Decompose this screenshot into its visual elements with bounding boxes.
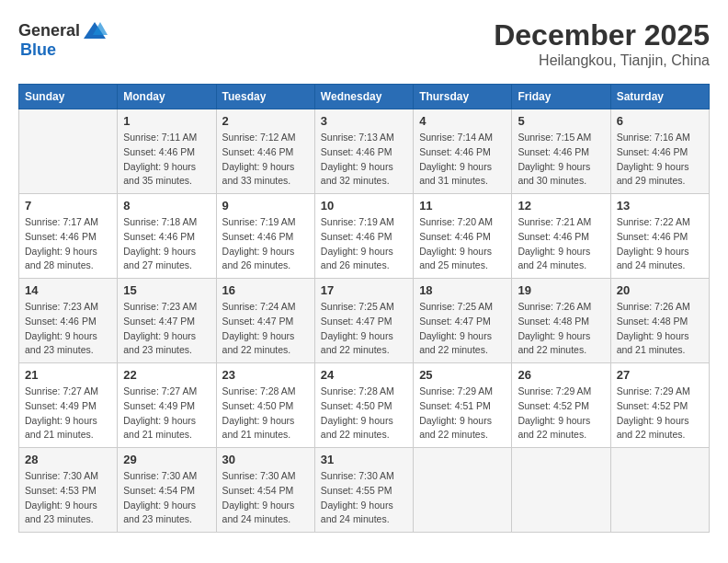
- day-info: Sunrise: 7:30 AMSunset: 4:54 PMDaylight:…: [123, 469, 210, 527]
- day-info: Sunrise: 7:21 AMSunset: 4:46 PMDaylight:…: [518, 215, 604, 273]
- calendar-cell: 6Sunrise: 7:16 AMSunset: 4:46 PMDaylight…: [610, 109, 709, 194]
- calendar-cell: 25Sunrise: 7:29 AMSunset: 4:51 PMDayligh…: [414, 363, 512, 448]
- day-info: Sunrise: 7:23 AMSunset: 4:46 PMDaylight:…: [25, 300, 111, 358]
- calendar-cell: [512, 448, 610, 533]
- calendar-cell: 3Sunrise: 7:13 AMSunset: 4:46 PMDaylight…: [314, 109, 413, 194]
- calendar-week-row: 14Sunrise: 7:23 AMSunset: 4:46 PMDayligh…: [19, 279, 710, 363]
- calendar-cell: 10Sunrise: 7:19 AMSunset: 4:46 PMDayligh…: [314, 194, 413, 279]
- day-number: 24: [321, 368, 407, 382]
- day-number: 1: [123, 114, 210, 128]
- title-block: December 2025 Heilangkou, Tianjin, China: [494, 18, 710, 69]
- calendar-cell: 15Sunrise: 7:23 AMSunset: 4:47 PMDayligh…: [118, 279, 216, 363]
- calendar-cell: 9Sunrise: 7:19 AMSunset: 4:46 PMDaylight…: [216, 194, 314, 279]
- page-header: General Blue December 2025 Heilangkou, T…: [18, 18, 710, 69]
- day-info: Sunrise: 7:12 AMSunset: 4:46 PMDaylight:…: [222, 131, 309, 189]
- calendar-cell: 24Sunrise: 7:28 AMSunset: 4:50 PMDayligh…: [314, 363, 413, 448]
- day-info: Sunrise: 7:19 AMSunset: 4:46 PMDaylight:…: [321, 215, 407, 273]
- day-number: 20: [617, 283, 703, 297]
- header-thursday: Thursday: [414, 85, 512, 109]
- day-number: 10: [321, 199, 407, 213]
- day-number: 15: [123, 283, 210, 297]
- calendar-week-row: 1Sunrise: 7:11 AMSunset: 4:46 PMDaylight…: [19, 109, 710, 194]
- day-info: Sunrise: 7:17 AMSunset: 4:46 PMDaylight:…: [25, 215, 111, 273]
- calendar-cell: [414, 448, 512, 533]
- calendar-cell: 7Sunrise: 7:17 AMSunset: 4:46 PMDaylight…: [19, 194, 118, 279]
- day-number: 18: [419, 283, 506, 297]
- calendar-week-row: 28Sunrise: 7:30 AMSunset: 4:53 PMDayligh…: [19, 448, 710, 533]
- calendar-header-row: SundayMondayTuesdayWednesdayThursdayFrid…: [19, 85, 710, 109]
- calendar-week-row: 21Sunrise: 7:27 AMSunset: 4:49 PMDayligh…: [19, 363, 710, 448]
- header-sunday: Sunday: [19, 85, 118, 109]
- day-number: 8: [123, 199, 210, 213]
- calendar-cell: 11Sunrise: 7:20 AMSunset: 4:46 PMDayligh…: [414, 194, 512, 279]
- calendar-cell: 30Sunrise: 7:30 AMSunset: 4:54 PMDayligh…: [216, 448, 314, 533]
- calendar-cell: 2Sunrise: 7:12 AMSunset: 4:46 PMDaylight…: [216, 109, 314, 194]
- day-number: 30: [222, 453, 309, 466]
- logo-blue-text: Blue: [20, 40, 56, 59]
- calendar-cell: 29Sunrise: 7:30 AMSunset: 4:54 PMDayligh…: [118, 448, 216, 533]
- day-info: Sunrise: 7:27 AMSunset: 4:49 PMDaylight:…: [25, 385, 111, 442]
- header-saturday: Saturday: [610, 85, 709, 109]
- day-info: Sunrise: 7:29 AMSunset: 4:51 PMDaylight:…: [419, 385, 506, 442]
- page-subtitle: Heilangkou, Tianjin, China: [494, 52, 710, 69]
- day-number: 28: [25, 453, 111, 466]
- day-number: 5: [518, 114, 604, 128]
- logo-icon: [82, 18, 108, 44]
- calendar-cell: 21Sunrise: 7:27 AMSunset: 4:49 PMDayligh…: [19, 363, 118, 448]
- day-number: 11: [419, 199, 506, 213]
- calendar-cell: 16Sunrise: 7:24 AMSunset: 4:47 PMDayligh…: [216, 279, 314, 363]
- day-number: 17: [321, 283, 407, 297]
- day-number: 23: [222, 368, 309, 382]
- day-number: 27: [617, 368, 703, 382]
- day-number: 12: [518, 199, 604, 213]
- day-info: Sunrise: 7:23 AMSunset: 4:47 PMDaylight:…: [123, 300, 210, 358]
- day-number: 2: [222, 114, 309, 128]
- day-number: 14: [25, 283, 111, 297]
- calendar-cell: 8Sunrise: 7:18 AMSunset: 4:46 PMDaylight…: [118, 194, 216, 279]
- day-number: 6: [617, 114, 703, 128]
- calendar-cell: 14Sunrise: 7:23 AMSunset: 4:46 PMDayligh…: [19, 279, 118, 363]
- day-info: Sunrise: 7:15 AMSunset: 4:46 PMDaylight:…: [518, 131, 604, 189]
- day-number: 21: [25, 368, 111, 382]
- day-info: Sunrise: 7:29 AMSunset: 4:52 PMDaylight:…: [518, 385, 604, 442]
- calendar-cell: 19Sunrise: 7:26 AMSunset: 4:48 PMDayligh…: [512, 279, 610, 363]
- day-info: Sunrise: 7:26 AMSunset: 4:48 PMDaylight:…: [617, 300, 703, 358]
- page-title: December 2025: [494, 18, 710, 52]
- calendar-cell: 20Sunrise: 7:26 AMSunset: 4:48 PMDayligh…: [610, 279, 709, 363]
- day-info: Sunrise: 7:25 AMSunset: 4:47 PMDaylight:…: [321, 300, 407, 358]
- day-info: Sunrise: 7:28 AMSunset: 4:50 PMDaylight:…: [222, 385, 309, 442]
- day-info: Sunrise: 7:30 AMSunset: 4:54 PMDaylight:…: [222, 469, 309, 527]
- calendar-cell: 5Sunrise: 7:15 AMSunset: 4:46 PMDaylight…: [512, 109, 610, 194]
- day-number: 4: [419, 114, 506, 128]
- day-info: Sunrise: 7:30 AMSunset: 4:53 PMDaylight:…: [25, 469, 111, 527]
- calendar-cell: 31Sunrise: 7:30 AMSunset: 4:55 PMDayligh…: [314, 448, 413, 533]
- day-number: 22: [123, 368, 210, 382]
- calendar-week-row: 7Sunrise: 7:17 AMSunset: 4:46 PMDaylight…: [19, 194, 710, 279]
- day-info: Sunrise: 7:26 AMSunset: 4:48 PMDaylight:…: [518, 300, 604, 358]
- day-info: Sunrise: 7:27 AMSunset: 4:49 PMDaylight:…: [123, 385, 210, 442]
- day-info: Sunrise: 7:13 AMSunset: 4:46 PMDaylight:…: [321, 131, 407, 189]
- calendar-cell: 26Sunrise: 7:29 AMSunset: 4:52 PMDayligh…: [512, 363, 610, 448]
- header-wednesday: Wednesday: [314, 85, 413, 109]
- day-info: Sunrise: 7:16 AMSunset: 4:46 PMDaylight:…: [617, 131, 703, 189]
- calendar-cell: 17Sunrise: 7:25 AMSunset: 4:47 PMDayligh…: [314, 279, 413, 363]
- header-monday: Monday: [118, 85, 216, 109]
- day-number: 25: [419, 368, 506, 382]
- day-number: 3: [321, 114, 407, 128]
- calendar-cell: 12Sunrise: 7:21 AMSunset: 4:46 PMDayligh…: [512, 194, 610, 279]
- day-number: 19: [518, 283, 604, 297]
- day-number: 31: [321, 453, 407, 466]
- day-info: Sunrise: 7:25 AMSunset: 4:47 PMDaylight:…: [419, 300, 506, 358]
- day-info: Sunrise: 7:22 AMSunset: 4:46 PMDaylight:…: [617, 215, 703, 273]
- calendar-cell: 4Sunrise: 7:14 AMSunset: 4:46 PMDaylight…: [414, 109, 512, 194]
- day-info: Sunrise: 7:30 AMSunset: 4:55 PMDaylight:…: [321, 469, 407, 527]
- calendar-cell: 28Sunrise: 7:30 AMSunset: 4:53 PMDayligh…: [19, 448, 118, 533]
- calendar-cell: [19, 109, 118, 194]
- day-info: Sunrise: 7:11 AMSunset: 4:46 PMDaylight:…: [123, 131, 210, 189]
- header-tuesday: Tuesday: [216, 85, 314, 109]
- day-info: Sunrise: 7:29 AMSunset: 4:52 PMDaylight:…: [617, 385, 703, 442]
- day-info: Sunrise: 7:24 AMSunset: 4:47 PMDaylight:…: [222, 300, 309, 358]
- calendar-cell: 1Sunrise: 7:11 AMSunset: 4:46 PMDaylight…: [118, 109, 216, 194]
- day-info: Sunrise: 7:18 AMSunset: 4:46 PMDaylight:…: [123, 215, 210, 273]
- calendar-cell: 27Sunrise: 7:29 AMSunset: 4:52 PMDayligh…: [610, 363, 709, 448]
